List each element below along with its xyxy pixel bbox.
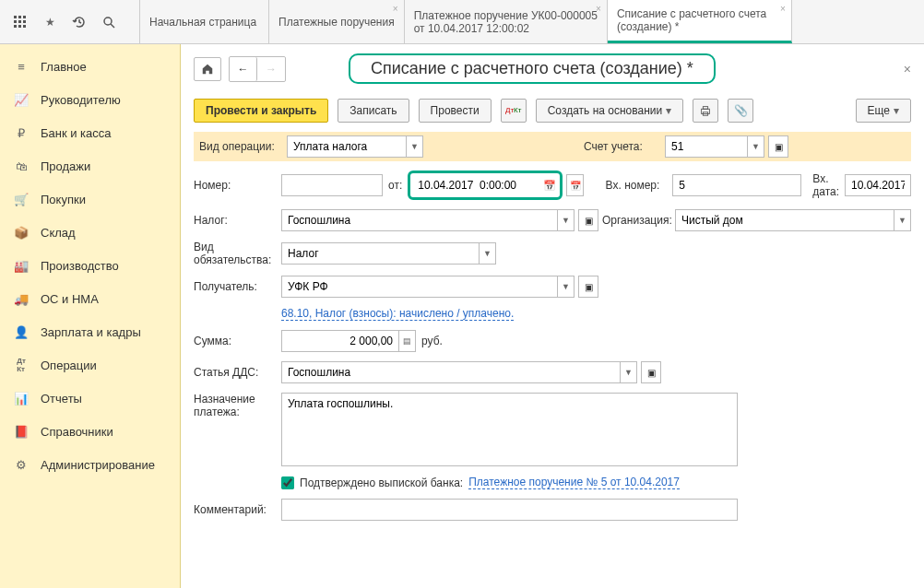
factory-icon: 🏭 <box>13 257 30 274</box>
sidebar-item-sales[interactable]: 🛍Продажи <box>0 149 180 182</box>
svg-rect-0 <box>14 16 17 18</box>
svg-rect-8 <box>23 25 26 28</box>
book-icon: 📕 <box>13 423 30 440</box>
dropdown-icon[interactable]: ▼ <box>407 135 423 158</box>
tax-label: Налог: <box>194 214 281 227</box>
recipient-label: Получатель: <box>194 280 281 293</box>
dropdown-icon[interactable]: ▼ <box>748 135 764 158</box>
person-icon: 👤 <box>13 323 30 340</box>
dds-field[interactable] <box>281 361 621 383</box>
number-field[interactable] <box>281 174 383 196</box>
dropdown-icon[interactable]: ▼ <box>480 242 496 265</box>
open-icon[interactable]: ▣ <box>768 135 788 158</box>
obl-type-field[interactable] <box>281 242 480 265</box>
confirmed-checkbox[interactable] <box>281 476 294 489</box>
account-link[interactable]: 68.10, Налог (взносы): начислено / уплач… <box>281 307 514 321</box>
currency-label: руб. <box>421 335 443 347</box>
close-icon[interactable]: × <box>596 4 601 14</box>
menu-icon: ≡ <box>13 58 30 75</box>
sidebar-item-bank[interactable]: ₽Банк и касса <box>0 116 180 149</box>
tab-payment-order-doc[interactable]: Платежное поручение УК00-000005от 10.04.… <box>405 0 608 43</box>
recipient-field[interactable] <box>281 276 558 298</box>
svg-rect-5 <box>23 20 26 23</box>
close-button[interactable]: × <box>904 62 911 76</box>
svg-rect-12 <box>704 107 708 110</box>
dropdown-icon[interactable]: ▼ <box>621 361 637 383</box>
sidebar: ≡Главное 📈Руководителю ₽Банк и касса 🛍Пр… <box>0 44 181 588</box>
in-number-field[interactable] <box>672 174 801 196</box>
sidebar-item-reports[interactable]: 📊Отчеты <box>0 382 180 415</box>
top-bar: ★ Начальная страница Платежные поручения… <box>0 0 924 44</box>
date-highlight: 📅 <box>408 171 563 200</box>
content-area: ← → Списание с расчетного счета (создани… <box>181 44 924 588</box>
chart-icon: 📈 <box>13 91 30 108</box>
dropdown-icon[interactable]: ▼ <box>558 209 575 231</box>
dtkt-icon: ДтКт <box>13 357 30 373</box>
home-button[interactable] <box>194 57 221 81</box>
svg-rect-3 <box>14 20 17 23</box>
dropdown-icon[interactable]: ▼ <box>894 209 911 231</box>
create-based-button[interactable]: Создать на основании <box>536 99 684 123</box>
close-icon[interactable]: × <box>393 4 398 14</box>
close-icon[interactable]: × <box>780 4 786 14</box>
number-label: Номер: <box>194 179 281 192</box>
tab-writeoff-creation[interactable]: Списание с расчетного счета(создание) * … <box>608 0 792 43</box>
sidebar-item-directories[interactable]: 📕Справочники <box>0 415 180 448</box>
org-label: Организация: <box>602 214 675 227</box>
apps-icon[interactable] <box>7 9 33 35</box>
star-icon[interactable]: ★ <box>37 9 63 35</box>
svg-rect-1 <box>18 16 21 18</box>
more-button[interactable]: Еще <box>856 99 911 123</box>
tab-home[interactable]: Начальная страница <box>140 0 269 43</box>
calculator-icon[interactable]: ▤ <box>399 330 416 352</box>
post-button[interactable]: Провести <box>419 99 492 123</box>
forward-button[interactable]: → <box>257 57 285 81</box>
sidebar-item-hr[interactable]: 👤Зарплата и кадры <box>0 315 180 348</box>
attach-button[interactable]: 📎 <box>728 99 753 123</box>
in-number-label: Вх. номер: <box>606 179 673 192</box>
calendar-icon[interactable]: 📅 <box>541 175 558 195</box>
sidebar-item-production[interactable]: 🏭Производство <box>0 249 180 282</box>
open-icon[interactable]: ▣ <box>578 209 598 231</box>
svg-point-9 <box>104 18 112 25</box>
open-icon[interactable]: ▣ <box>578 276 598 298</box>
save-button[interactable]: Записать <box>338 99 409 123</box>
dropdown-icon[interactable]: ▼ <box>558 276 575 298</box>
in-date-field[interactable] <box>845 174 911 196</box>
svg-rect-6 <box>14 25 17 28</box>
dtkt-button[interactable]: ДтКт <box>501 99 527 123</box>
sidebar-item-warehouse[interactable]: 📦Склад <box>0 216 180 249</box>
search-icon[interactable] <box>96 9 122 35</box>
history-icon[interactable] <box>66 9 92 35</box>
purpose-field[interactable] <box>281 393 738 466</box>
confirmed-link[interactable]: Платежное поручение № 5 от 10.04.2017 <box>468 476 680 489</box>
purpose-label: Назначение платежа: <box>194 393 281 418</box>
open-icon[interactable]: ▣ <box>641 361 661 383</box>
tax-field[interactable] <box>281 209 558 231</box>
sidebar-item-assets[interactable]: 🚚ОС и НМА <box>0 282 180 315</box>
tab-payment-orders[interactable]: Платежные поручения× <box>269 0 405 43</box>
svg-rect-4 <box>18 20 21 23</box>
date-field[interactable] <box>412 175 541 195</box>
op-type-field[interactable] <box>287 135 407 158</box>
amount-field[interactable] <box>281 330 399 352</box>
print-button[interactable] <box>693 99 718 123</box>
dds-label: Статья ДДС: <box>194 366 281 379</box>
sidebar-item-manager[interactable]: 📈Руководителю <box>0 83 180 116</box>
calendar-icon[interactable]: 📅 <box>566 174 584 196</box>
account-field[interactable] <box>665 135 748 158</box>
sidebar-item-operations[interactable]: ДтКтОперации <box>0 348 180 382</box>
comment-field[interactable] <box>281 499 738 521</box>
sidebar-item-admin[interactable]: ⚙Администрирование <box>0 448 180 481</box>
back-button[interactable]: ← <box>230 57 257 81</box>
org-field[interactable] <box>675 209 894 231</box>
sidebar-item-main[interactable]: ≡Главное <box>0 50 180 83</box>
top-tools: ★ <box>0 0 140 43</box>
amount-label: Сумма: <box>194 335 281 347</box>
bars-icon: 📊 <box>13 390 30 406</box>
post-and-close-button[interactable]: Провести и закрыть <box>194 99 328 123</box>
sidebar-item-purchases[interactable]: 🛒Покупки <box>0 182 180 216</box>
op-type-label: Вид операции: <box>199 140 287 153</box>
account-label: Счет учета: <box>584 140 665 153</box>
obl-type-label: Вид обязательства: <box>194 241 281 266</box>
